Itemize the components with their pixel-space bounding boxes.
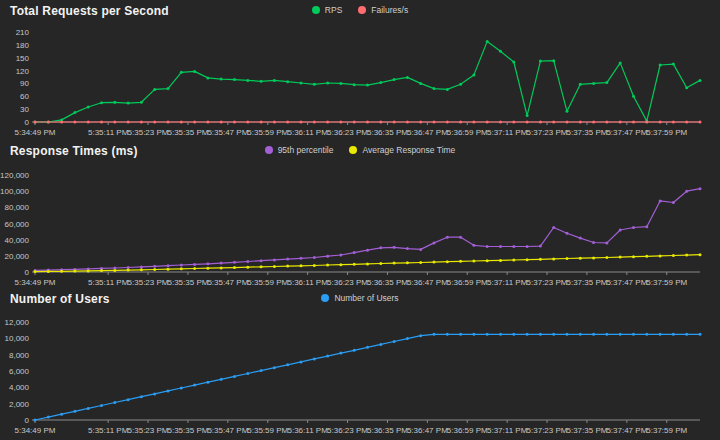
x-tick-label: 5:37:35 PM xyxy=(566,128,607,137)
series-point xyxy=(433,261,436,264)
series-point xyxy=(100,404,103,407)
series-point xyxy=(472,73,475,76)
legend-item-rps[interactable]: RPS xyxy=(312,5,342,15)
rps-chart-title: Total Requests per Second xyxy=(10,4,169,18)
series-point xyxy=(260,121,263,124)
legend-item-95th-percentile[interactable]: 95th percentile xyxy=(265,145,334,155)
series-point xyxy=(153,392,156,395)
series-point xyxy=(153,268,156,271)
x-tick-label: 5:36:59 PM xyxy=(447,426,488,435)
series-point xyxy=(472,244,475,247)
series-point xyxy=(326,264,329,267)
series-point xyxy=(699,333,702,336)
series-point xyxy=(233,121,236,124)
series-point xyxy=(459,83,462,86)
series-point xyxy=(659,333,662,336)
series-point xyxy=(486,121,489,124)
series-point xyxy=(685,121,688,124)
series-point xyxy=(459,236,462,239)
legend-item-failures[interactable]: Failures/s xyxy=(358,5,408,15)
series-point xyxy=(486,40,489,43)
users-legend-dot-icon xyxy=(321,294,329,302)
y-tick-label: 180 xyxy=(16,41,30,50)
series-point xyxy=(539,245,542,248)
series-point xyxy=(339,263,342,266)
series-point xyxy=(632,255,635,258)
x-tick-label: 5:34:49 PM xyxy=(15,426,56,435)
rps-chart-canvas[interactable]: 5:34:49 PM5:35:11 PM5:35:23 PM5:35:35 PM… xyxy=(0,0,720,140)
series-point xyxy=(167,121,170,124)
series-point xyxy=(180,267,183,270)
series-point xyxy=(286,265,289,268)
series-point xyxy=(153,265,156,268)
series-point xyxy=(393,121,396,124)
series-point xyxy=(300,264,303,267)
series-point xyxy=(246,79,249,82)
series-point xyxy=(366,262,369,265)
series-point xyxy=(406,121,409,124)
series-point xyxy=(592,241,595,244)
series-point xyxy=(47,416,50,419)
y-tick-label: 12,000 xyxy=(5,318,30,327)
x-tick-label: 5:37:23 PM xyxy=(527,278,568,287)
series-point xyxy=(579,257,582,260)
series-point xyxy=(699,253,702,256)
series-point xyxy=(366,84,369,87)
x-tick-label: 5:37:11 PM xyxy=(487,128,528,137)
series-point xyxy=(685,190,688,193)
response-times-chart-canvas[interactable]: 5:34:49 PM5:35:11 PM5:35:23 PM5:35:35 PM… xyxy=(0,140,720,288)
series-point xyxy=(539,60,542,63)
series-point xyxy=(619,61,622,64)
series-point xyxy=(472,121,475,124)
series-point xyxy=(246,372,249,375)
x-tick-label: 5:35:11 PM xyxy=(88,128,129,137)
series-point xyxy=(313,264,316,267)
series-point xyxy=(393,246,396,249)
series-point xyxy=(260,259,263,262)
y-tick-label: 90 xyxy=(20,79,29,88)
x-tick-label: 5:36:35 PM xyxy=(367,278,408,287)
series-point xyxy=(645,225,648,228)
y-tick-label: 6,000 xyxy=(9,367,30,376)
series-point xyxy=(526,258,529,261)
series-point xyxy=(512,245,515,248)
series-point xyxy=(60,270,63,273)
series-point xyxy=(60,413,63,416)
failures-legend-dot-icon xyxy=(358,6,366,14)
legend-item-average-response-time[interactable]: Average Response Time xyxy=(349,145,455,155)
series-point xyxy=(406,76,409,79)
rps-legend-dot-icon xyxy=(312,6,320,14)
y-tick-label: 40,000 xyxy=(5,236,30,245)
series-point xyxy=(260,265,263,268)
series-point xyxy=(393,78,396,81)
series-point xyxy=(140,395,143,398)
series-point xyxy=(672,201,675,204)
series-point xyxy=(579,83,582,86)
series-point xyxy=(472,333,475,336)
series-point xyxy=(605,81,608,84)
series-point xyxy=(300,82,303,85)
x-tick-label: 5:36:23 PM xyxy=(327,278,368,287)
series-point xyxy=(393,340,396,343)
series-point xyxy=(632,226,635,229)
x-tick-label: 5:35:47 PM xyxy=(207,278,248,287)
series-point xyxy=(73,121,76,124)
x-tick-label: 5:36:23 PM xyxy=(327,426,368,435)
series-point xyxy=(619,229,622,232)
series-point xyxy=(353,83,356,86)
series-point xyxy=(379,262,382,265)
series-point xyxy=(526,245,529,248)
users-chart-title: Number of Users xyxy=(10,292,110,306)
legend-item-number-of-users[interactable]: Number of Users xyxy=(321,293,398,303)
y-tick-label: 30 xyxy=(20,105,29,114)
users-chart-canvas[interactable]: 5:34:49 PM5:35:11 PM5:35:23 PM5:35:35 PM… xyxy=(0,288,720,440)
series-point xyxy=(552,59,555,62)
y-tick-label: 10,000 xyxy=(5,334,30,343)
series-point xyxy=(632,95,635,98)
series-point xyxy=(579,333,582,336)
series-point xyxy=(419,121,422,124)
y-tick-label: 100,000 xyxy=(0,187,29,196)
series-point xyxy=(273,121,276,124)
series-point xyxy=(699,121,702,124)
series-point xyxy=(153,88,156,91)
